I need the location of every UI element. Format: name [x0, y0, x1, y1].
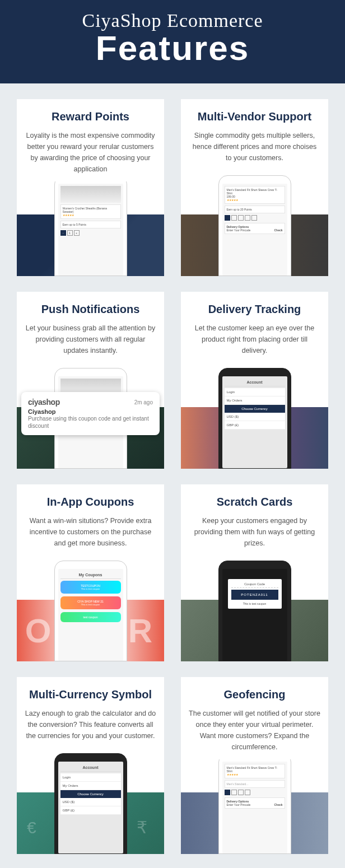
feature-title: Reward Points: [25, 110, 156, 123]
currency-option: USD ($): [225, 413, 285, 421]
phone-mockup: Coupon Code POTENZA011 This is test coup…: [218, 561, 291, 661]
scratch-subtitle: This is test coupon: [231, 602, 278, 605]
feature-desc: Keep your customers engaged by providing…: [189, 515, 320, 549]
size-selector: [225, 790, 285, 795]
feature-desc: Lazy enough to grab the calculator and d…: [25, 708, 156, 741]
feature-card-geofencing: Geofencing The customer will get notifie…: [181, 677, 328, 854]
rating-stars: ★★★★★: [227, 773, 283, 776]
check-button: Check: [274, 228, 282, 232]
phone-mockup: Women's Crochet Sheaths (Banana Sweater)…: [54, 181, 127, 276]
menu-item: Login: [225, 388, 285, 396]
reward-points-label: Earn up to 5 Points: [60, 221, 121, 228]
phone-mockup: Men's Standard Fit Short Sleeve Crew T-S…: [218, 175, 291, 276]
currency-option: GBP (£): [225, 421, 285, 430]
choose-currency-header: Choose Currency: [225, 405, 285, 413]
notification-logo: ciyashop: [28, 398, 60, 407]
feature-title: Push Notifications: [25, 303, 156, 316]
feature-desc: Let your business grab all the attention…: [25, 323, 156, 356]
coupon-item: TESTCOUPON This is test coupon: [60, 581, 121, 594]
features-grid: Reward Points Loyality is the most expen…: [0, 83, 345, 868]
currency-option: USD ($): [60, 798, 121, 806]
screen-title: My Coupons: [60, 571, 121, 579]
feature-title: Multi-Vendor Support: [189, 110, 320, 123]
search-placeholder: Men's Standard...: [225, 780, 285, 788]
phone-mockup: Account Login My Orders Choose Currency …: [218, 368, 291, 469]
phone-mockup: My Coupons TESTCOUPON This is test coupo…: [54, 561, 127, 661]
feature-desc: The customer will get notified of your s…: [189, 708, 320, 753]
notification-card: ciyashop 2m ago Ciyashop Purchase using …: [21, 392, 160, 435]
menu-item: My Orders: [60, 782, 121, 790]
phone-mockup: Men's Standard Fit Short Sleeve Crew T-S…: [218, 759, 291, 854]
pincode-placeholder: Enter Your Pincode: [227, 228, 251, 232]
feature-desc: Single commodity gets multiple sellers, …: [189, 130, 320, 164]
rating-stars: ★★★★★: [63, 213, 119, 217]
feature-title: Scratch Cards: [189, 496, 320, 508]
feature-card-multi-currency: Multi-Currency Symbol Lazy enough to gra…: [17, 677, 164, 854]
menu-item: Login: [60, 773, 121, 782]
coupon-item: CIYA SHOP NEW 21 This is test coupon: [60, 596, 121, 609]
scratch-title: Coupon Code: [231, 582, 278, 588]
feature-card-reward-points: Reward Points Loyality is the most expen…: [17, 99, 164, 276]
size-selector: - 1 +: [60, 230, 121, 236]
feature-card-push-notifications: Push Notifications Let your business gra…: [17, 292, 164, 469]
feature-desc: Loyality is the most expensive commodity…: [25, 130, 156, 175]
check-button: Check: [274, 803, 282, 806]
reward-points-label: Earn up to 20 Points: [225, 206, 285, 213]
currency-option: GBP (£): [60, 806, 121, 815]
phone-mockup: Account Login My Orders Choose Currency …: [54, 753, 127, 854]
feature-card-multi-vendor: Multi-Vendor Support Single commodity ge…: [181, 99, 328, 276]
feature-desc: Want a win-win situtions? Provide extra …: [25, 515, 156, 549]
rating-stars: ★★★★★: [227, 198, 283, 202]
notification-title: Ciyashop: [28, 408, 153, 415]
choose-currency-header: Choose Currency: [60, 790, 121, 798]
page-header: CiyaShop Ecommerce Features: [0, 0, 345, 83]
product-name: Men's Standard Fit Short Sleeve Crew T-S…: [227, 188, 283, 195]
notification-time: 2m ago: [134, 399, 153, 405]
feature-title: Geofencing: [189, 688, 320, 701]
feature-desc: Let the customer keep an eye over the pr…: [189, 323, 320, 356]
menu-item: My Orders: [225, 396, 285, 405]
scratch-modal: Coupon Code POTENZA011 This is test coup…: [228, 579, 282, 609]
screen-title: Account: [60, 764, 121, 772]
header-title: Features: [0, 28, 345, 68]
screen-title: Account: [225, 379, 285, 386]
scratch-code: POTENZA011: [231, 590, 278, 600]
feature-title: Delivery Tracking: [189, 303, 320, 316]
feature-card-scratch-cards: Scratch Cards Keep your customers engage…: [181, 484, 328, 661]
pincode-placeholder: Enter Your Pincode: [227, 803, 251, 806]
product-name: Women's Crochet Sheaths (Banana Sweater): [63, 207, 119, 213]
feature-card-delivery-tracking: Delivery Tracking Let the customer keep …: [181, 292, 328, 469]
feature-title: Multi-Currency Symbol: [25, 688, 156, 701]
notification-body: Purchase using this coupon code and get …: [28, 415, 153, 430]
product-name: Men's Standard Fit Short Sleeve Crew T-S…: [227, 766, 283, 773]
coupon-item: test coupon: [60, 612, 121, 622]
feature-title: In-App Coupons: [25, 496, 156, 508]
size-selector: [225, 215, 285, 221]
feature-card-in-app-coupons: In-App Coupons Want a win-win situtions?…: [17, 484, 164, 661]
